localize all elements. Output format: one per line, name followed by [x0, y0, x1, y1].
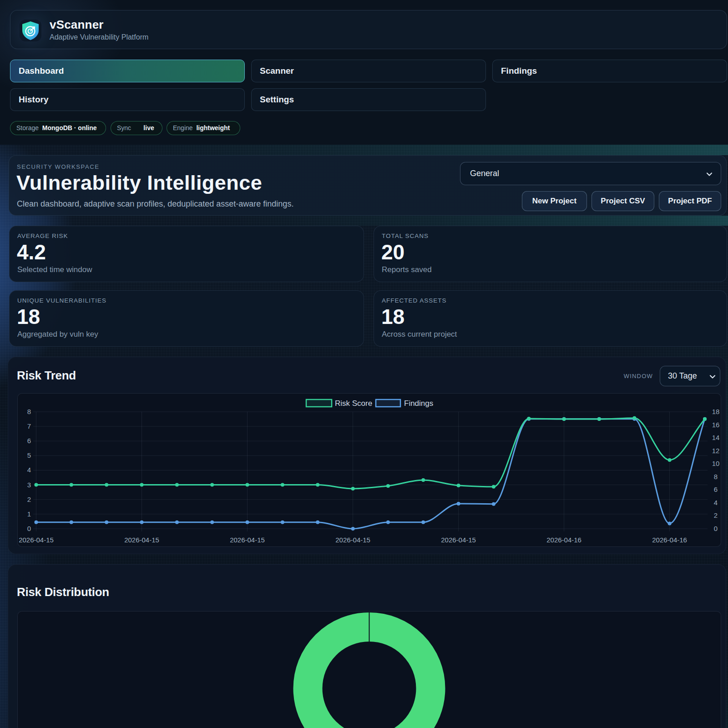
svg-text:2026-04-15: 2026-04-15 — [230, 536, 265, 544]
svg-text:6: 6 — [27, 437, 31, 445]
svg-text:16: 16 — [712, 421, 720, 429]
svg-text:2: 2 — [27, 495, 31, 503]
svg-text:2026-04-15: 2026-04-15 — [19, 536, 54, 544]
svg-text:2026-04-15: 2026-04-15 — [441, 536, 476, 544]
svg-text:2: 2 — [714, 511, 718, 519]
svg-text:0: 0 — [714, 525, 718, 532]
svg-text:Risk Score: Risk Score — [335, 399, 372, 408]
svg-text:4: 4 — [714, 499, 718, 506]
svg-text:6: 6 — [714, 485, 718, 493]
svg-text:3: 3 — [27, 481, 31, 489]
svg-text:1: 1 — [27, 510, 31, 518]
svg-text:14: 14 — [712, 434, 720, 441]
svg-text:5: 5 — [27, 451, 31, 459]
svg-text:0: 0 — [27, 525, 31, 532]
svg-text:Findings: Findings — [404, 399, 433, 408]
svg-text:2026-04-15: 2026-04-15 — [335, 536, 370, 544]
svg-text:8: 8 — [27, 408, 31, 415]
svg-text:4: 4 — [27, 466, 31, 474]
svg-text:18: 18 — [712, 408, 720, 415]
svg-text:8: 8 — [714, 473, 718, 480]
svg-text:10: 10 — [712, 460, 720, 467]
svg-text:2026-04-16: 2026-04-16 — [652, 536, 687, 544]
svg-text:12: 12 — [712, 447, 720, 455]
svg-text:2026-04-15: 2026-04-15 — [124, 536, 159, 544]
svg-text:7: 7 — [27, 422, 31, 430]
svg-text:2026-04-16: 2026-04-16 — [546, 536, 581, 544]
